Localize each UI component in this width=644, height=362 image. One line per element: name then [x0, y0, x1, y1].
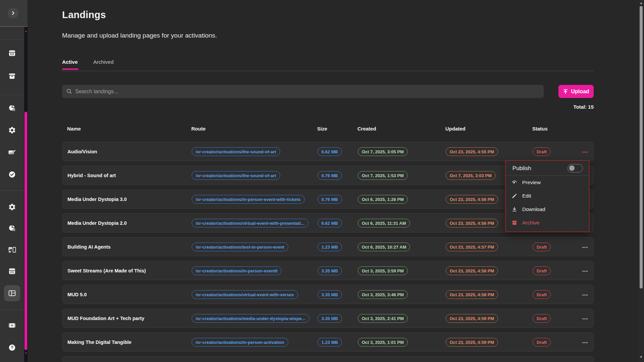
publish-label: Publish	[512, 165, 531, 172]
created-pill: Oct 3, 2025, 3:46 PM	[358, 290, 408, 299]
menu-item-preview[interactable]: Preview	[506, 176, 589, 189]
menu-item-label: Preview	[522, 179, 541, 186]
created-pill: Oct 7, 2025, 3:05 PM	[358, 147, 408, 156]
column-header-size: Size	[317, 126, 357, 132]
sidebar-item-approvals[interactable]	[4, 166, 20, 183]
upload-button-label: Upload	[571, 89, 589, 95]
check-circle-icon	[8, 170, 16, 178]
pie-chart-icon	[8, 104, 16, 112]
layout-panel-icon	[8, 289, 16, 298]
column-header-status: Status	[532, 126, 581, 132]
route-pill[interactable]: /xr-creator/activations/the-sound-of-art	[192, 147, 280, 156]
column-header-route: Route	[191, 126, 317, 132]
tab-active[interactable]: Active	[62, 59, 78, 69]
upload-button[interactable]: Upload	[558, 85, 594, 98]
calendar-icon	[8, 49, 16, 57]
scroll-down-icon[interactable]: ▼	[638, 355, 644, 359]
menu-item-download[interactable]: Download	[506, 203, 589, 216]
menu-item-label: Archive	[522, 220, 540, 226]
pie-chart-icon	[8, 224, 16, 232]
landing-name: Hybrid - Sound of art	[67, 173, 192, 178]
created-pill: Oct 7, 2025, 1:53 PM	[358, 171, 408, 180]
film-play-icon	[8, 321, 16, 329]
updated-pill: Oct 23, 2025, 4:58 PM	[446, 266, 498, 275]
route-pill[interactable]: /xr-creator/activations/media-under-dyst…	[192, 314, 309, 323]
sidebar-scrollbar[interactable]: ▲ ▼	[24, 27, 28, 362]
gear-icon	[8, 203, 16, 211]
tab-archived[interactable]: Archived	[93, 59, 113, 69]
sidebar-item-analytics-2[interactable]	[4, 220, 20, 236]
created-pill: Oct 6, 2025, 11:31 AM	[358, 219, 410, 227]
row-menu-button[interactable]: •••	[582, 269, 588, 273]
status-badge: Draft	[533, 147, 551, 156]
route-pill[interactable]: /xr-creator/activations/in-person-event0	[192, 266, 282, 275]
search-box[interactable]	[62, 85, 544, 98]
total-count: Total: 15	[62, 104, 594, 110]
help-icon: ?	[8, 344, 16, 352]
sidebar-expand-button[interactable]	[8, 8, 18, 18]
landing-name: MUD Foundation Art + Tech party	[67, 316, 192, 321]
sidebar-item-media[interactable]	[4, 317, 20, 333]
sidebar-item-settings[interactable]	[4, 122, 20, 138]
row-menu-button[interactable]: •••	[582, 317, 588, 321]
scroll-up-icon[interactable]: ▲	[638, 1, 644, 5]
search-input[interactable]	[75, 89, 478, 95]
row-menu-button[interactable]: •••	[582, 341, 588, 345]
landing-name: Making The Digital Tangible	[67, 340, 192, 345]
row-menu-button[interactable]: •••	[582, 293, 588, 297]
calendar-icon	[8, 267, 16, 275]
table-row: Sweet Streams (Are Made of This) /xr-cre…	[62, 261, 594, 280]
status-badge: Draft	[533, 290, 551, 299]
row-menu-button[interactable]: •••	[582, 245, 588, 249]
search-icon	[66, 89, 72, 94]
size-pill: 3.35 MB	[317, 314, 342, 323]
created-pill: Oct 6, 2025, 1:26 PM	[358, 195, 408, 204]
sidebar-scrollbar-thumb[interactable]	[24, 112, 27, 350]
sidebar-item-help[interactable]: ?	[4, 340, 20, 356]
table-row: MUD Foundation Art + Tech party /xr-crea…	[62, 309, 594, 328]
sidebar-item-settings-2[interactable]	[4, 199, 20, 215]
table-row: Making The Digital Tangible /xr-creator/…	[62, 332, 594, 352]
menu-item-label: Edit	[522, 193, 531, 199]
updated-pill: Oct 23, 2025, 4:59 PM	[446, 314, 498, 323]
scroll-down-icon[interactable]: ▼	[24, 352, 28, 355]
route-pill[interactable]: /xr-creator/activations/the-sound-of-art	[192, 171, 280, 180]
archive-box-icon	[8, 72, 16, 80]
route-pill[interactable]: /xr-creator/activations/in-person-event-…	[192, 195, 305, 204]
sidebar-item-calendar-2[interactable]	[4, 263, 20, 279]
sidebar-item-analytics[interactable]	[4, 100, 20, 116]
updated-pill: Oct 7, 2025, 3:03 PM	[446, 171, 496, 180]
row-menu-button[interactable]: •••	[582, 150, 588, 154]
page-scrollbar[interactable]: ▲ ▼	[638, 0, 644, 362]
table-row: Audio/Vision /xr-creator/activations/the…	[62, 142, 594, 161]
publish-row: Publish	[506, 161, 589, 176]
table-row: Building AI Agents /xr-creator/activatio…	[62, 237, 594, 256]
route-pill[interactable]: /xr-creator/activations/virtual-event-wi…	[192, 290, 298, 299]
route-pill[interactable]: /xr-creator/activations/in-person-activa…	[192, 338, 288, 347]
landing-name: Audio/Vision	[67, 149, 192, 154]
card-edit-icon	[8, 148, 16, 156]
size-pill: 0.76 MB	[317, 171, 342, 180]
status-badge: Draft	[533, 266, 551, 275]
sidebar-item-devices[interactable]	[4, 242, 20, 258]
sidebar-item-ticket-edit[interactable]	[4, 144, 20, 160]
sidebar-item-landings[interactable]	[4, 285, 20, 301]
sidebar-item-calendar[interactable]	[4, 45, 20, 61]
scroll-up-icon[interactable]: ▲	[24, 30, 28, 33]
table-row: MUD 5.0 /xr-creator/activations/virtual-…	[62, 285, 594, 304]
size-pill: 6.62 MB	[317, 219, 342, 227]
menu-item-archive[interactable]: Archive	[506, 216, 589, 229]
route-pill[interactable]: /xr-creator/activations/virtual-event-wi…	[192, 219, 308, 227]
menu-item-edit[interactable]: Edit	[506, 189, 589, 203]
page-title: Landings	[62, 9, 106, 20]
size-pill: 3.35 MB	[317, 266, 342, 275]
landing-name: Building AI Agents	[67, 244, 192, 250]
sidebar-item-archive[interactable]	[4, 68, 20, 84]
publish-toggle[interactable]	[567, 164, 583, 172]
landing-name: Media Under Dystopia 2.0	[67, 220, 192, 226]
page-scrollbar-thumb[interactable]	[640, 6, 643, 289]
route-pill[interactable]: /xr-creator/activations/test-in-person-e…	[192, 243, 288, 251]
row-context-menu: Publish Preview Edit Download Archive	[505, 160, 590, 232]
updated-pill: Oct 23, 2025, 4:56 PM	[446, 219, 498, 227]
updated-pill: Oct 23, 2025, 4:55 PM	[446, 147, 498, 156]
